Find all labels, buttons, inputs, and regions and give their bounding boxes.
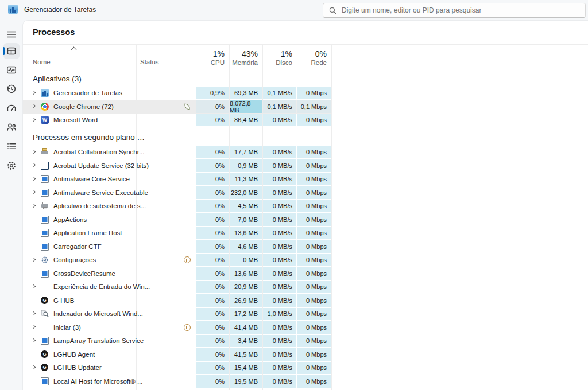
disk-cell: 0 MB/s	[263, 321, 296, 334]
window-blue-icon	[41, 175, 49, 183]
search-indexer-icon	[41, 310, 49, 318]
sidebar	[0, 21, 23, 390]
expand-chevron-icon[interactable]	[32, 150, 36, 154]
suspended-status-icon	[184, 256, 191, 263]
expand-chevron-icon[interactable]	[32, 118, 36, 122]
blank-icon	[41, 283, 49, 291]
process-row[interactable]: Configurações0%0 MB0 MB/s0 Mbps	[23, 253, 331, 267]
chrome-icon	[41, 103, 49, 111]
process-name: CrossDeviceResume	[53, 267, 115, 280]
status-cell	[181, 200, 193, 213]
network-cell: 0 Mbps	[297, 267, 331, 280]
window-blue-icon	[41, 229, 49, 237]
status-cell	[181, 280, 193, 294]
expand-chevron-icon[interactable]	[32, 338, 36, 342]
expand-chevron-icon[interactable]	[32, 91, 36, 95]
process-row[interactable]: Indexador do Microsoft Wind...0%17,2 MB1…	[23, 307, 331, 321]
process-row[interactable]: GLGHUB Updater0%15,4 MB0 MB/s0 Mbps	[23, 361, 331, 375]
status-cell	[181, 348, 193, 361]
cpu-cell: 0%	[196, 281, 229, 294]
process-name: Microsoft Word	[53, 114, 98, 127]
window-blue-icon	[41, 189, 49, 197]
cpu-cell: 0%	[196, 375, 229, 388]
cpu-cell: 0%	[196, 227, 229, 240]
section-header[interactable]: Aplicativos (3)	[23, 72, 331, 87]
cpu-cell: 0%	[196, 114, 229, 127]
network-cell: 0 Mbps	[297, 173, 331, 186]
process-row[interactable]: Antimalware Service Executable0%232,0 MB…	[23, 186, 331, 200]
sidebar-item-users[interactable]	[3, 119, 20, 135]
details-icon	[6, 141, 17, 152]
memory-cell: 11,3 MB	[230, 173, 262, 186]
network-cell: 0 Mbps	[297, 146, 331, 159]
search-input[interactable]	[342, 6, 585, 14]
process-row[interactable]: Aplicativo de subsistema de s...0%4,5 MB…	[23, 200, 331, 213]
expand-chevron-icon[interactable]	[32, 284, 36, 288]
window-outline-icon	[41, 162, 49, 170]
memory-cell: 69,3 MB	[230, 87, 262, 100]
network-cell: 0 Mbps	[297, 200, 331, 213]
task-manager-app-icon	[8, 5, 18, 14]
expand-chevron-icon[interactable]	[32, 177, 36, 181]
process-row[interactable]: Acrobat Update Service (32 bits)0%0,9 MB…	[23, 159, 331, 173]
window-blue-icon	[41, 337, 49, 345]
sidebar-item-app-history[interactable]	[3, 81, 20, 97]
process-name: Antimalware Core Service	[53, 173, 130, 186]
process-row[interactable]: WMicrosoft Word0%86,4 MB0 MB/s0 Mbps	[23, 114, 331, 127]
memory-cell: 19,5 MB	[230, 375, 262, 388]
expand-chevron-icon[interactable]	[32, 365, 36, 369]
sidebar-item-services[interactable]	[3, 158, 20, 174]
network-cell: 0 Mbps	[297, 375, 331, 388]
sidebar-item-details[interactable]	[3, 138, 20, 154]
process-name: Indexador do Microsoft Wind...	[53, 307, 143, 321]
process-row[interactable]: Carregador CTF0%4,6 MB0 MB/s0 Mbps	[23, 240, 331, 253]
cpu-cell: 0%	[196, 146, 229, 159]
expand-chevron-icon[interactable]	[32, 258, 36, 262]
sidebar-item-processes[interactable]	[3, 43, 20, 59]
process-row[interactable]: Gerenciador de Tarefas0,9%69,3 MB0,1 MB/…	[23, 87, 331, 100]
memory-cell: 0,9 MB	[230, 159, 262, 172]
process-row[interactable]: Antimalware Core Service0%11,3 MB0 MB/s0…	[23, 173, 331, 186]
process-name: Configurações	[53, 253, 96, 267]
task-manager-icon	[41, 89, 49, 97]
status-cell	[181, 294, 193, 307]
network-cell: 0 Mbps	[297, 348, 331, 361]
process-row[interactable]: Acrobat Collaboration Synchr...0%17,7 MB…	[23, 146, 331, 159]
disk-cell: 0 MB/s	[263, 281, 296, 294]
startup-apps-icon	[6, 102, 17, 114]
sidebar-item-performance[interactable]	[3, 62, 20, 78]
sidebar-item-startup-apps[interactable]	[3, 100, 20, 116]
cpu-cell: 0%	[196, 254, 229, 267]
expand-chevron-icon[interactable]	[32, 204, 36, 208]
memory-cell: 41,5 MB	[230, 348, 262, 361]
memory-cell: 15,4 MB	[230, 362, 262, 375]
cpu-cell: 0%	[196, 294, 229, 307]
suspended-status-icon	[184, 324, 191, 331]
expand-chevron-icon[interactable]	[32, 104, 36, 108]
process-name: Gerenciador de Tarefas	[53, 87, 122, 100]
process-row[interactable]: CrossDeviceResume0%13,6 MB0 MB/s0 Mbps	[23, 267, 331, 280]
expand-chevron-icon[interactable]	[32, 325, 36, 329]
sidebar-item-menu[interactable]	[3, 26, 20, 42]
process-name: Antimalware Service Executable	[53, 186, 148, 200]
process-row[interactable]: Google Chrome (72)0%8.072,8 MB0,1 MB/s0,…	[23, 100, 331, 114]
status-cell	[181, 173, 193, 186]
process-row[interactable]: AppActions0%7,0 MB0 MB/s0 Mbps	[23, 213, 331, 227]
expand-chevron-icon[interactable]	[32, 311, 36, 315]
processes-icon	[6, 45, 17, 57]
process-row[interactable]: LampArray Translation Service0%3,4 MB0 M…	[23, 334, 331, 348]
status-cell	[181, 114, 193, 127]
process-row[interactable]: Experiência de Entrada do Win...0%20,9 M…	[23, 280, 331, 294]
section-header[interactable]: Processos em segundo plano …	[23, 129, 331, 146]
services-icon	[6, 160, 17, 171]
expand-chevron-icon[interactable]	[32, 163, 36, 167]
process-row[interactable]: Local AI Host for Microsoft® ...0%19,5 M…	[23, 375, 331, 388]
expand-chevron-icon[interactable]	[32, 190, 36, 194]
process-row[interactable]: GLGHUB Agent0%41,5 MB0 MB/s0 Mbps	[23, 348, 331, 361]
memory-cell: 232,0 MB	[230, 186, 262, 199]
search-box[interactable]	[323, 3, 586, 18]
process-row[interactable]: Application Frame Host0%13,6 MB0 MB/s0 M…	[23, 227, 331, 240]
process-row[interactable]: Iniciar (3)0%41,4 MB0 MB/s0 Mbps	[23, 321, 331, 334]
disk-cell: 0 MB/s	[263, 362, 296, 375]
process-row[interactable]: GG HUB0%26,9 MB0 MB/s0 Mbps	[23, 294, 331, 307]
